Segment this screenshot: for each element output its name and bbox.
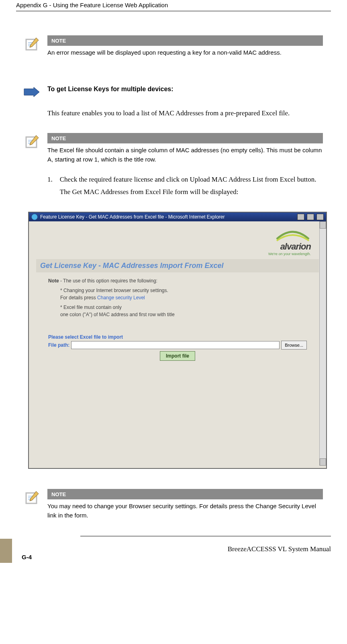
- screenshot-bullet-2: Excel file must contain only one colon (…: [60, 304, 307, 318]
- step-number: 1.: [47, 174, 53, 198]
- close-icon[interactable]: [316, 214, 324, 220]
- logo-text: alvarion: [268, 241, 311, 252]
- procedure-heading: To get License Keys for multiple devices…: [47, 86, 323, 93]
- note-text: The Excel file should contain a single c…: [47, 146, 323, 164]
- manual-title: BreezeACCESSS VL System Manual: [228, 545, 331, 563]
- ie-icon: [31, 214, 38, 220]
- screenshot-note-intro: - The use of this option requires the fo…: [59, 278, 157, 284]
- note-bar: NOTE: [47, 35, 323, 46]
- intro-paragraph: This feature enables you to load a list …: [47, 107, 323, 120]
- note-block-1: NOTE An error message will be displayed …: [16, 35, 331, 57]
- svg-marker-6: [24, 87, 39, 97]
- note-label: NOTE: [47, 489, 70, 499]
- import-section-label: Please select Excel file to import: [48, 334, 307, 340]
- step-row: 1. Check the required feature license an…: [16, 168, 331, 208]
- step-text: Check the required feature license and c…: [60, 174, 323, 198]
- note-text: You may need to change your Browser secu…: [47, 502, 323, 520]
- note-bar: NOTE: [47, 133, 323, 143]
- note-text: An error message will be displayed upon …: [47, 48, 323, 57]
- note-block-2: NOTE The Excel file should contain a sin…: [16, 133, 331, 164]
- footer-accent-block: [0, 539, 12, 563]
- footer-rule: [80, 536, 331, 536]
- arrow-icon: [23, 86, 40, 98]
- note-block-3: NOTE You may need to change your Browser…: [16, 489, 331, 520]
- screenshot-figure: Feature License Key - Get MAC Addresses …: [28, 212, 327, 469]
- window-titlebar: Feature License Key - Get MAC Addresses …: [29, 213, 326, 221]
- maximize-icon[interactable]: [307, 214, 314, 220]
- screenshot-note-label: Note: [48, 278, 59, 284]
- intro-row: This feature enables you to load a list …: [16, 102, 331, 129]
- change-security-link[interactable]: Change security Level: [97, 295, 145, 301]
- scrollbar-vertical[interactable]: [319, 221, 326, 466]
- window-title: Feature License Key - Get MAC Addresses …: [40, 214, 225, 220]
- page-number: G-4: [22, 554, 32, 563]
- minimize-icon[interactable]: [297, 214, 304, 220]
- screenshot-bullet-1: Changing your Internet browser security …: [60, 287, 307, 301]
- note-icon: [24, 36, 40, 52]
- note-icon: [24, 134, 40, 150]
- import-file-button[interactable]: Import file: [160, 351, 195, 361]
- note-label: NOTE: [47, 35, 70, 46]
- file-path-input[interactable]: [71, 341, 280, 349]
- screenshot-heading: Get License Key - MAC Addresses Import F…: [36, 259, 319, 272]
- note-bar: NOTE: [47, 489, 323, 499]
- browse-button[interactable]: Browse...: [281, 341, 307, 350]
- note-label: NOTE: [47, 133, 70, 143]
- page-header: Appendix G - Using the Feature License W…: [16, 0, 331, 11]
- procedure-heading-row: To get License Keys for multiple devices…: [16, 86, 331, 98]
- file-path-label: File path:: [48, 342, 69, 348]
- brand-logo: alvarion We're on your wavelength.: [268, 229, 311, 256]
- logo-tagline: We're on your wavelength.: [268, 252, 311, 256]
- note-icon: [24, 490, 40, 506]
